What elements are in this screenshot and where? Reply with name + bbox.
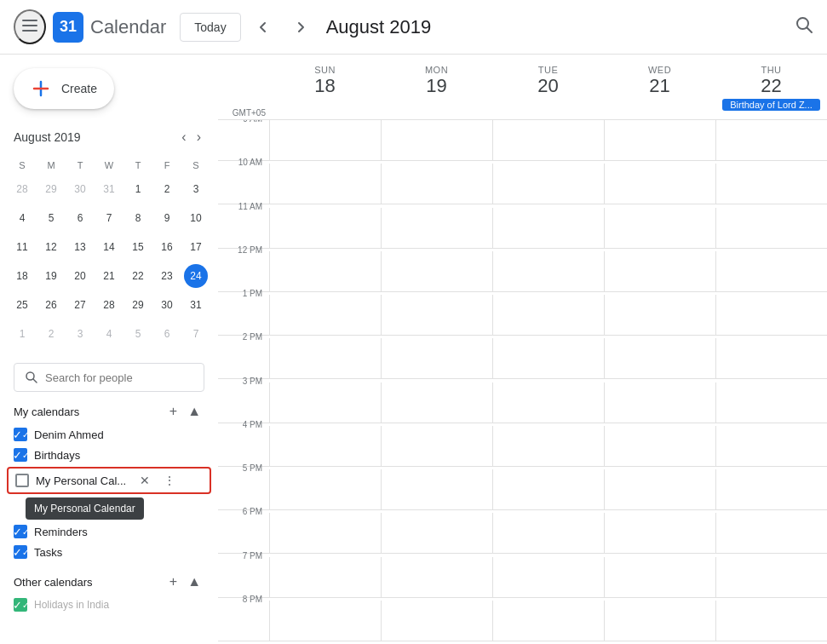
day-cell[interactable] <box>492 557 604 598</box>
mini-cal-day[interactable]: 4 <box>97 322 121 346</box>
mini-cal-cell[interactable]: 17 <box>182 233 210 261</box>
calendar-item-birthdays[interactable]: ✓ Birthdays <box>0 445 218 465</box>
mini-cal-day[interactable]: 7 <box>184 322 208 346</box>
tasks-checkbox[interactable]: ✓ <box>14 545 27 559</box>
calendar-item-tasks[interactable]: ✓ Tasks <box>0 542 218 562</box>
day-cell[interactable] <box>381 557 492 598</box>
mini-cal-day[interactable]: 11 <box>10 235 34 259</box>
mini-cal-cell[interactable]: 4 <box>95 320 123 348</box>
mini-cal-day[interactable]: 14 <box>97 235 121 259</box>
mini-cal-day[interactable]: 31 <box>184 293 208 317</box>
day-cell[interactable] <box>381 601 492 641</box>
mini-cal-day[interactable]: 26 <box>39 293 63 317</box>
mini-cal-cell[interactable]: 19 <box>37 262 65 290</box>
day-cell[interactable] <box>715 426 827 467</box>
day-cell[interactable] <box>604 426 715 467</box>
day-cell[interactable] <box>715 164 827 204</box>
day-cell[interactable] <box>715 251 827 292</box>
mini-cal-cell[interactable]: 7 <box>182 320 210 348</box>
day-cell[interactable] <box>381 164 492 204</box>
day-cell[interactable] <box>381 251 492 292</box>
mini-cal-cell[interactable]: 2 <box>37 320 65 348</box>
day-cell[interactable] <box>492 120 604 161</box>
mini-cal-cell[interactable]: 8 <box>124 204 152 232</box>
mini-cal-day[interactable]: 16 <box>155 235 179 259</box>
day-cell[interactable] <box>604 382 715 423</box>
day-cell[interactable] <box>715 469 827 510</box>
mini-cal-day[interactable]: 5 <box>39 206 63 230</box>
mini-cal-day[interactable]: 18 <box>10 264 34 288</box>
mini-cal-cell[interactable]: 6 <box>153 320 181 348</box>
mini-cal-cell[interactable]: 5 <box>124 320 152 348</box>
day-cell[interactable] <box>715 338 827 379</box>
mini-cal-cell[interactable]: 26 <box>37 291 65 319</box>
mini-cal-cell[interactable]: 29 <box>37 175 65 203</box>
mini-cal-cell[interactable]: 16 <box>153 233 181 261</box>
mini-cal-day[interactable]: 8 <box>126 206 150 230</box>
mini-cal-cell[interactable]: 27 <box>66 291 94 319</box>
next-nav-button[interactable] <box>285 12 316 43</box>
mini-cal-cell[interactable]: 9 <box>153 204 181 232</box>
mini-cal-day[interactable]: 22 <box>126 264 150 288</box>
mini-cal-day[interactable]: 10 <box>184 206 208 230</box>
mini-cal-cell[interactable]: 1 <box>124 175 152 203</box>
mini-cal-cell[interactable]: 2 <box>153 175 181 203</box>
mini-cal-cell[interactable]: 30 <box>66 175 94 203</box>
day-cell[interactable] <box>604 164 715 204</box>
other-calendars-collapse-icon[interactable]: ▲ <box>184 572 204 591</box>
mini-cal-cell[interactable]: 6 <box>66 204 94 232</box>
mini-cal-day[interactable]: 23 <box>155 264 179 288</box>
mini-cal-cell[interactable]: 12 <box>37 233 65 261</box>
day-cell[interactable] <box>381 469 492 510</box>
mini-cal-day[interactable]: 21 <box>97 264 121 288</box>
mini-cal-cell[interactable]: 4 <box>9 204 36 232</box>
day-cell[interactable] <box>269 338 381 379</box>
mini-cal-cell[interactable]: 29 <box>124 291 152 319</box>
mini-cal-day[interactable]: 6 <box>155 322 179 346</box>
mini-cal-day[interactable]: 13 <box>68 235 92 259</box>
day-cell[interactable] <box>604 251 715 292</box>
day-cell[interactable] <box>715 295 827 336</box>
mini-cal-day[interactable]: 6 <box>68 206 92 230</box>
mini-cal-day[interactable]: 30 <box>155 293 179 317</box>
day-cell[interactable] <box>604 557 715 598</box>
mini-cal-next[interactable]: › <box>193 126 204 148</box>
day-cell[interactable] <box>269 601 381 641</box>
mini-cal-cell[interactable]: 31 <box>182 291 210 319</box>
mini-cal-cell[interactable]: 7 <box>95 204 123 232</box>
mini-cal-cell[interactable]: 1 <box>9 320 36 348</box>
day-cell[interactable] <box>492 295 604 336</box>
calendar-item-personal[interactable]: My Personal Cal... ✕ ⋮ <box>7 467 211 494</box>
day-cell[interactable] <box>269 513 381 554</box>
day-cell[interactable] <box>604 601 715 641</box>
mini-cal-day[interactable]: 1 <box>126 177 150 201</box>
mini-cal-day[interactable]: 19 <box>39 264 63 288</box>
create-button[interactable]: Create <box>14 68 114 109</box>
day-cell[interactable] <box>492 513 604 554</box>
day-cell[interactable] <box>492 426 604 467</box>
search-icon[interactable] <box>795 15 813 39</box>
day-cell[interactable] <box>492 382 604 423</box>
day-cell[interactable] <box>604 338 715 379</box>
mini-cal-day[interactable]: 28 <box>97 293 121 317</box>
mini-cal-day[interactable]: 29 <box>126 293 150 317</box>
day-cell[interactable] <box>604 295 715 336</box>
mini-cal-day[interactable]: 31 <box>97 177 121 201</box>
day-cell[interactable] <box>715 601 827 641</box>
mini-cal-day[interactable]: 3 <box>184 177 208 201</box>
calendar-item-denim[interactable]: ✓ Denim Ahmed <box>0 424 218 445</box>
mini-cal-day[interactable]: 2 <box>155 177 179 201</box>
other-calendars-header[interactable]: Other calendars + ▲ <box>0 569 218 595</box>
mini-cal-cell[interactable]: 20 <box>66 262 94 290</box>
day-cell[interactable] <box>269 426 381 467</box>
birthday-event[interactable]: Birthday of Lord Z... <box>722 99 820 111</box>
prev-nav-button[interactable] <box>248 12 279 43</box>
mini-cal-cell[interactable]: 15 <box>124 233 152 261</box>
day-cell[interactable] <box>269 469 381 510</box>
day-cell[interactable] <box>604 469 715 510</box>
my-calendars-header[interactable]: My calendars + ▲ <box>0 399 218 424</box>
search-people-container[interactable] <box>14 363 204 392</box>
holidays-checkbox[interactable]: ✓ <box>14 598 27 612</box>
mini-cal-day[interactable]: 28 <box>10 177 34 201</box>
mini-cal-cell[interactable]: 28 <box>95 291 123 319</box>
